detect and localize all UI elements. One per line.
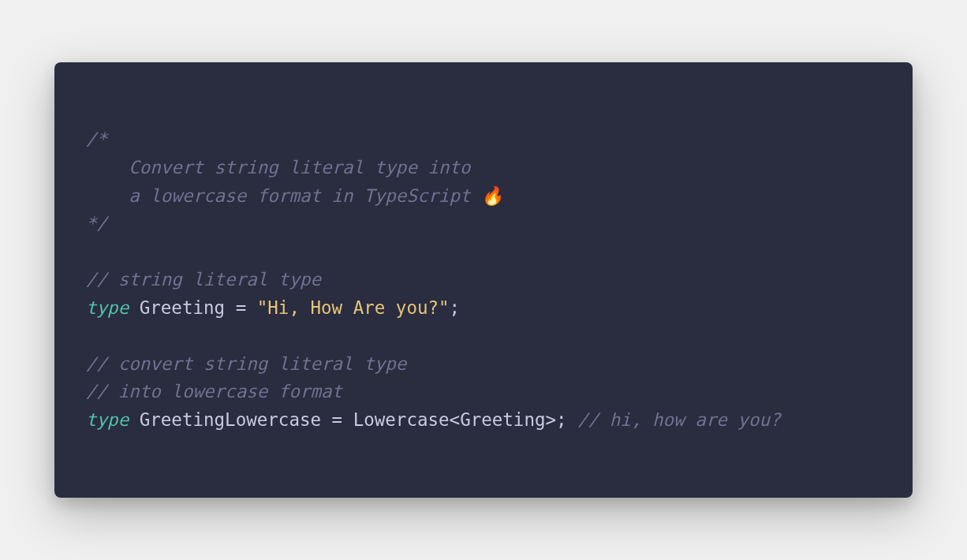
equals-operator: = (332, 409, 343, 430)
type-name: GreetingLowercase (140, 409, 321, 430)
equals-operator: = (236, 297, 247, 318)
trailing-comment: // hi, how are you? (577, 409, 780, 430)
keyword-type: type (86, 409, 129, 430)
semicolon: ; (450, 297, 461, 318)
code-block: /* Convert string literal type into a lo… (54, 62, 913, 497)
block-comment-close: */ (86, 213, 107, 233)
block-comment-open: /* (86, 129, 107, 149)
line-comment: // convert string literal type (86, 353, 406, 374)
angle-close: > (546, 409, 557, 430)
block-comment-line: a lowercase format in TypeScript 🔥 (86, 185, 503, 206)
block-comment-line: Convert string literal type into (86, 157, 471, 177)
keyword-type: type (86, 297, 129, 318)
type-name: Greeting (140, 297, 225, 318)
angle-open: < (450, 409, 461, 430)
string-literal: "Hi, How Are you?" (257, 297, 450, 318)
code-content: /* Convert string literal type into a lo… (86, 125, 881, 434)
generic-argument: Greeting (460, 409, 545, 430)
line-comment: // into lowercase format (86, 381, 342, 401)
utility-type: Lowercase (353, 409, 450, 430)
semicolon: ; (556, 409, 567, 430)
line-comment: // string literal type (86, 269, 321, 289)
